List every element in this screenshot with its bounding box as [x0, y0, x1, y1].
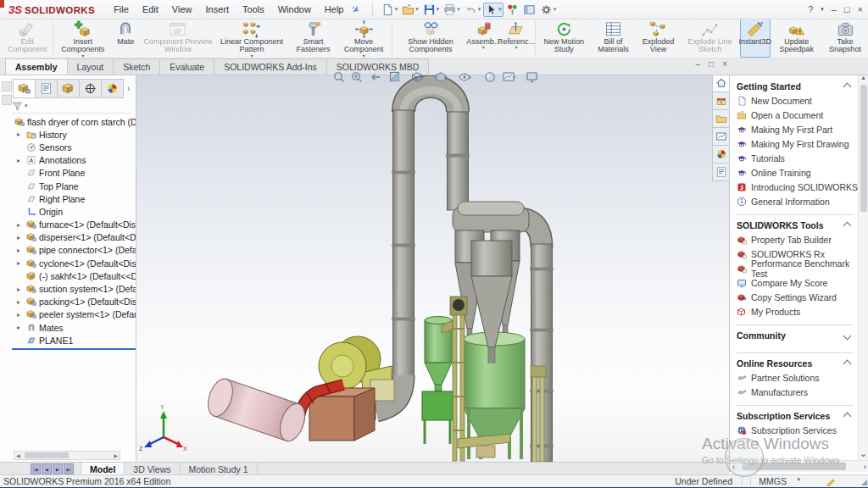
tree-item-furnace[interactable]: ▸furnace<1> (Default<Displa — [0, 219, 136, 231]
move-component-button[interactable]: Move Component▾ — [337, 19, 389, 58]
menu-tools[interactable]: Tools — [236, 4, 271, 14]
last-tab-button[interactable]: ▶| — [64, 463, 74, 474]
tree-item-annotations[interactable]: ▸Annotations — [0, 154, 136, 167]
link-manufacturers[interactable]: Manufacturers — [737, 385, 859, 399]
units-selector[interactable]: MMGS — [759, 476, 787, 486]
tree-item-pipe-connector[interactable]: ▸pipe connector<1> (Default — [0, 244, 136, 257]
chevron-up-icon[interactable] — [843, 82, 852, 91]
display-pane-button[interactable] — [521, 3, 537, 17]
menu-view[interactable]: View — [165, 4, 199, 14]
tree-item-assembly-root[interactable]: flash dryer of corn starch (Defau — [0, 115, 136, 128]
prev-tab-button[interactable]: ◀ — [42, 463, 52, 474]
tab-model[interactable]: Model — [81, 463, 125, 475]
tab-file-explorer[interactable] — [712, 109, 730, 128]
menu-edit[interactable]: Edit — [136, 4, 165, 14]
scrollbar-thumb[interactable] — [25, 452, 69, 458]
chevron-up-icon[interactable] — [843, 221, 852, 230]
panel-edge-icon[interactable] — [2, 81, 12, 92]
scroll-right-arrow[interactable]: › — [861, 463, 868, 471]
menu-window[interactable]: Window — [271, 4, 318, 14]
zoom-area-icon[interactable] — [353, 73, 362, 82]
explode-line-sketch-button[interactable]: Explode Line Sketch — [681, 19, 740, 58]
menu-help[interactable]: Help — [318, 4, 351, 14]
link-subscription-services[interactable]: Subscription Services — [737, 423, 859, 437]
tree-item-mates[interactable]: ▸Mates — [0, 321, 136, 334]
expand-arrow[interactable]: ▸ — [17, 259, 26, 267]
dropdown-caret[interactable]: ▾ — [482, 46, 485, 50]
expand-arrow[interactable]: ▸ — [17, 234, 26, 241]
menu-file[interactable]: File — [107, 4, 136, 14]
model-part-bottom-conveyor[interactable] — [458, 434, 510, 458]
mate-button[interactable]: Mate — [110, 19, 141, 58]
scroll-left-arrow[interactable]: ◀ — [14, 452, 22, 458]
doc-close-button[interactable]: × — [722, 59, 727, 69]
linear-component-pattern-button[interactable]: Linear Component Pattern▾ — [214, 19, 288, 58]
expand-arrow[interactable]: ▸ — [17, 157, 26, 164]
link-making-my-first-drawing[interactable]: Making My First Drawing — [737, 136, 859, 151]
scrollbar-thumb[interactable] — [860, 85, 867, 212]
assembly-features-button[interactable]: Assemb...▾ — [468, 19, 499, 58]
link-copy-settings-wizard[interactable]: Copy Settings Wizard — [737, 290, 859, 304]
first-tab-button[interactable]: |◀ — [31, 463, 41, 474]
insert-components-button[interactable]: Insert Components▾ — [55, 19, 110, 58]
tree-item-sensors[interactable]: Sensors — [0, 141, 136, 153]
tab-assembly[interactable]: Assembly — [5, 58, 68, 75]
tab-appearances[interactable] — [712, 145, 730, 164]
update-speedpak-button[interactable]: Update Speedpak — [771, 19, 823, 58]
tab-view-palette[interactable] — [712, 127, 730, 146]
undo-button[interactable]: ▾ — [463, 3, 483, 17]
doc-minimize-button[interactable]: – — [696, 59, 701, 69]
tab-custom-properties[interactable] — [712, 163, 730, 181]
edit-tag-icon[interactable] — [826, 477, 836, 488]
tree-item-sakhf[interactable]: (-) sakhf<1> (Default<<Defa — [0, 269, 136, 282]
tab-solidworks-add-ins[interactable]: SOLIDWORKS Add-Ins — [214, 58, 327, 75]
tab-layout[interactable]: Layout — [67, 58, 114, 75]
section-online-resources[interactable]: Online Resources — [737, 357, 859, 370]
previous-view-icon[interactable] — [372, 75, 380, 80]
link-online-training[interactable]: Online Training — [737, 165, 859, 180]
display-style-icon[interactable] — [437, 73, 448, 81]
link-new-document[interactable]: New Document — [737, 93, 859, 108]
edit-appearance-icon[interactable] — [486, 73, 494, 81]
menu-pin-icon[interactable]: ✈ — [350, 3, 363, 16]
print-button[interactable]: ▾ — [442, 3, 462, 17]
link-performance-benchmark-test[interactable]: Performance Benchmark Test — [737, 261, 859, 275]
expand-arrow[interactable]: ▸ — [17, 247, 26, 254]
tree-item-plane1[interactable]: PLANE1 — [0, 334, 136, 347]
tree-filter-row[interactable]: ▾ — [12, 99, 132, 114]
graphics-viewport[interactable]: Y X Z — [136, 75, 729, 462]
tab-sketch[interactable]: Sketch — [113, 58, 160, 75]
tree-item-history[interactable]: ▸History — [0, 128, 136, 141]
expand-arrow[interactable]: ▸ — [17, 286, 26, 293]
panel-tabs-overflow[interactable]: › — [127, 84, 130, 93]
take-snapshot-button[interactable]: Take Snapshot — [823, 19, 867, 58]
zoom-fit-icon[interactable] — [335, 73, 344, 82]
open-button[interactable]: ▾ — [400, 3, 420, 17]
link-introducing-solidworks[interactable]: Introducing SOLIDWORKS — [737, 180, 859, 194]
close-button[interactable]: × — [858, 4, 863, 14]
model-part-collection-hopper[interactable] — [422, 317, 453, 445]
options-button[interactable]: ▾ — [538, 3, 559, 17]
dropdown-caret[interactable]: ▾ — [363, 54, 365, 58]
tree-item-suction-system[interactable]: ▸suction system<1> (Default< — [0, 282, 136, 295]
panel-edge-icon[interactable] — [2, 95, 12, 105]
tab-evaluate[interactable]: Evaluate — [159, 58, 214, 75]
resize-grip[interactable]: ◢ — [861, 478, 866, 486]
show-hidden-components-button[interactable]: Show Hidden Components — [394, 19, 468, 58]
view-orientation-icon[interactable] — [413, 73, 425, 81]
link-partner-solutions[interactable]: Partner Solutions — [737, 370, 859, 385]
link-open-a-document[interactable]: Open a Document — [737, 108, 859, 122]
reference-geometry-button[interactable]: Referenc...▾ — [499, 19, 533, 58]
tree-item-packing[interactable]: ▸packing<1> (Default<Displa — [0, 296, 136, 308]
model-part-cyclone-manifold[interactable] — [453, 202, 529, 232]
tab-configuration-manager[interactable] — [57, 79, 80, 98]
filter-dropdown-caret[interactable]: ▾ — [25, 103, 28, 109]
xpress-products-button[interactable] — [504, 3, 520, 17]
section-solidworks-tools[interactable]: SOLIDWORKS Tools — [737, 219, 859, 232]
chevron-down-icon[interactable] — [843, 331, 852, 340]
smart-fasteners-button[interactable]: Smart Fasteners — [289, 19, 338, 58]
scroll-down-arrow[interactable]: ⌄ — [860, 448, 867, 459]
component-preview-window-button[interactable]: Component Preview Window — [141, 19, 214, 58]
link-property-tab-builder[interactable]: Property Tab Builder — [737, 232, 859, 247]
hide-show-items-icon[interactable] — [459, 74, 471, 80]
